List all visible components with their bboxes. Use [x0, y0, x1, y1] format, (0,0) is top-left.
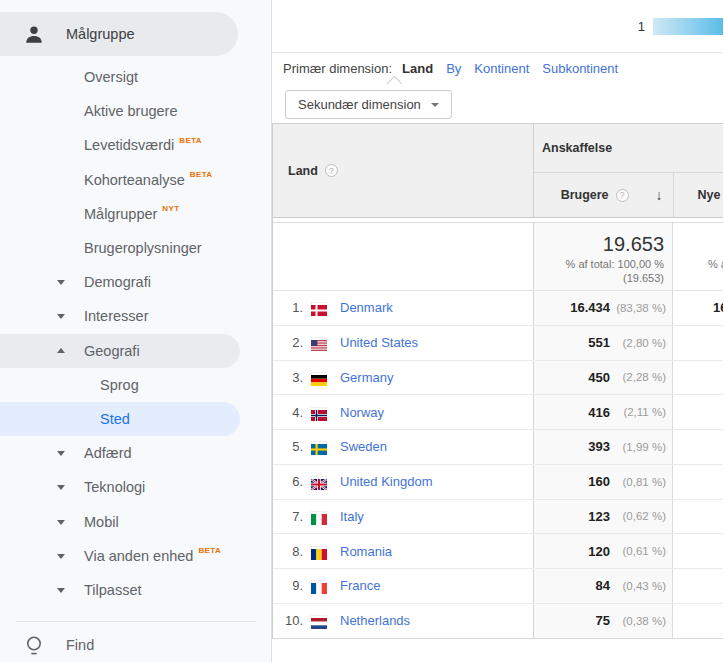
sidebar-item-m-lgrupper[interactable]: MålgrupperNYT — [0, 197, 240, 231]
sidebar-item-adf-rd[interactable]: Adfærd — [0, 436, 240, 470]
expand-arrow-icon[interactable] — [57, 554, 65, 559]
secondary-dimension-button-label: Sekundær dimension — [298, 97, 421, 112]
totals-users-pct: % af total: 100,00 % — [534, 257, 664, 271]
sidebar-item-teknologi[interactable]: Teknologi — [0, 470, 240, 504]
sidebar-item-label: Sted — [100, 411, 130, 427]
sidebar-divider — [16, 621, 256, 622]
sidebar-item-interesser[interactable]: Interesser — [0, 299, 240, 333]
sidebar-item-sted[interactable]: Sted — [0, 402, 240, 436]
sidebar-item-demografi[interactable]: Demografi — [0, 265, 240, 299]
column-header-nye-brugere[interactable]: Nye brugere — [673, 173, 723, 217]
country-link[interactable]: Netherlands — [340, 613, 410, 628]
country-link[interactable]: United States — [340, 335, 418, 350]
expand-arrow-icon[interactable] — [57, 314, 65, 319]
totals-users-value: 19.653 — [534, 231, 664, 257]
flag-icon-se — [311, 441, 327, 452]
country-link[interactable]: France — [340, 578, 380, 593]
expand-arrow-icon[interactable] — [57, 520, 65, 525]
sidebar-item-mobil[interactable]: Mobil — [0, 504, 240, 538]
countries-table: Land ? Anskaffelse Brugere ? ↓ Nye bruge… — [272, 123, 723, 639]
country-cell: 8.Romania — [273, 534, 533, 568]
column-header-land[interactable]: Land ? — [273, 124, 533, 217]
find-label: Find — [66, 637, 94, 653]
new-users-cell — [672, 326, 723, 360]
users-cell: 123(0,62 %) — [533, 500, 672, 534]
dimension-link-by[interactable]: By — [446, 61, 461, 76]
sidebar-item-geografi[interactable]: Geografi — [0, 334, 240, 368]
flag-icon-de — [311, 372, 327, 383]
table-row-netherlands: 10.Netherlands75(0,38 %) — [273, 604, 723, 639]
help-icon[interactable]: ? — [325, 164, 338, 177]
badge-nyt: NYT — [162, 204, 179, 213]
users-value: 16.434 — [570, 300, 610, 315]
secondary-dimension-row: Sekundær dimension — [272, 84, 723, 123]
country-cell: 9.France — [273, 569, 533, 603]
users-value: 123 — [588, 509, 610, 524]
dimension-link-subkontinent[interactable]: Subkontinent — [542, 61, 618, 76]
sidebar-item-levetidsv-rdi[interactable]: LevetidsværdiBETA — [0, 128, 240, 162]
help-icon[interactable]: ? — [616, 189, 629, 202]
country-cell: 1.Denmark — [273, 291, 533, 325]
country-cell: 5.Sweden — [273, 430, 533, 464]
country-link[interactable]: Norway — [340, 405, 384, 420]
expand-arrow-icon[interactable] — [57, 280, 65, 285]
dimension-link-kontinent[interactable]: Kontinent — [474, 61, 529, 76]
sidebar-item-label: Mobil — [84, 514, 119, 530]
flag-icon-nl — [311, 615, 327, 626]
country-link[interactable]: Sweden — [340, 439, 387, 454]
new-users-cell — [672, 430, 723, 464]
sidebar-item-brugeroplysninger[interactable]: Brugeroplysninger — [0, 231, 240, 265]
sidebar-item-label: Teknologi — [84, 479, 145, 495]
users-cell: 393(1,99 %) — [533, 430, 672, 464]
users-percent: (2,11 %) — [616, 406, 666, 418]
sidebar-item-label: Brugeroplysninger — [84, 240, 202, 256]
users-value: 551 — [588, 335, 610, 350]
flag-icon-gb — [311, 476, 327, 487]
sidebar-item-tilpasset[interactable]: Tilpasset — [0, 573, 240, 607]
sidebar-nav: OversigtAktive brugereLevetidsværdiBETAK… — [0, 60, 271, 607]
sidebar-section-malgruppe[interactable]: Målgruppe — [0, 12, 238, 56]
sidebar-item-kohorteanalyse[interactable]: KohorteanalyseBETA — [0, 163, 240, 197]
country-link[interactable]: Romania — [340, 544, 392, 559]
users-cell: 551(2,80 %) — [533, 326, 672, 360]
sidebar-item-aktive-brugere[interactable]: Aktive brugere — [0, 94, 240, 128]
column-header-brugere[interactable]: Brugere ? ↓ — [534, 173, 673, 217]
country-link[interactable]: Denmark — [340, 300, 393, 315]
legend-min-value: 1 — [638, 19, 645, 34]
table-body: 19.653 % af total: 100,00 % (19.653) % a… — [273, 222, 723, 639]
sidebar-item-oversigt[interactable]: Oversigt — [0, 60, 240, 94]
secondary-dimension-button[interactable]: Sekundær dimension — [285, 90, 452, 119]
land-header-label: Land — [288, 164, 318, 178]
expand-arrow-icon[interactable] — [57, 485, 65, 490]
dimension-links: LandByKontinentSubkontinent — [402, 61, 631, 76]
dimension-link-land[interactable]: Land — [402, 61, 433, 76]
sidebar-item-find[interactable]: Find — [0, 625, 271, 662]
country-link[interactable]: Germany — [340, 370, 393, 385]
sidebar-item-sprog[interactable]: Sprog — [0, 368, 240, 402]
row-rank: 1. — [282, 300, 303, 315]
country-cell: 7.Italy — [273, 500, 533, 534]
country-cell: 4.Norway — [273, 395, 533, 429]
new-users-cell — [672, 500, 723, 534]
sidebar-item-via-anden-enhed[interactable]: Via anden enhedBETA — [0, 539, 240, 573]
sub-header-row: Brugere ? ↓ Nye brugere — [533, 172, 723, 217]
row-rank: 7. — [282, 509, 303, 524]
expand-arrow-icon[interactable] — [57, 588, 65, 593]
users-cell: 450(2,28 %) — [533, 361, 672, 395]
users-value: 75 — [596, 613, 610, 628]
sidebar-item-label: Levetidsværdi — [84, 137, 174, 153]
totals-row: 19.653 % af total: 100,00 % (19.653) % a… — [273, 223, 723, 291]
sort-desc-icon[interactable]: ↓ — [656, 187, 663, 203]
new-users-header-label: Nye brugere — [698, 188, 723, 202]
users-value: 160 — [588, 474, 610, 489]
new-users-cell — [672, 395, 723, 429]
users-percent: (0,61 %) — [616, 545, 666, 557]
country-link[interactable]: United Kingdom — [340, 474, 433, 489]
expand-arrow-icon[interactable] — [57, 451, 65, 456]
new-users-cell — [672, 604, 723, 638]
collapse-arrow-icon[interactable] — [57, 348, 65, 353]
totals-land-cell — [273, 223, 533, 290]
table-row-denmark: 1.Denmark16.434(83,38 %)16. — [273, 291, 723, 326]
country-link[interactable]: Italy — [340, 509, 364, 524]
country-cell: 6.United Kingdom — [273, 465, 533, 499]
